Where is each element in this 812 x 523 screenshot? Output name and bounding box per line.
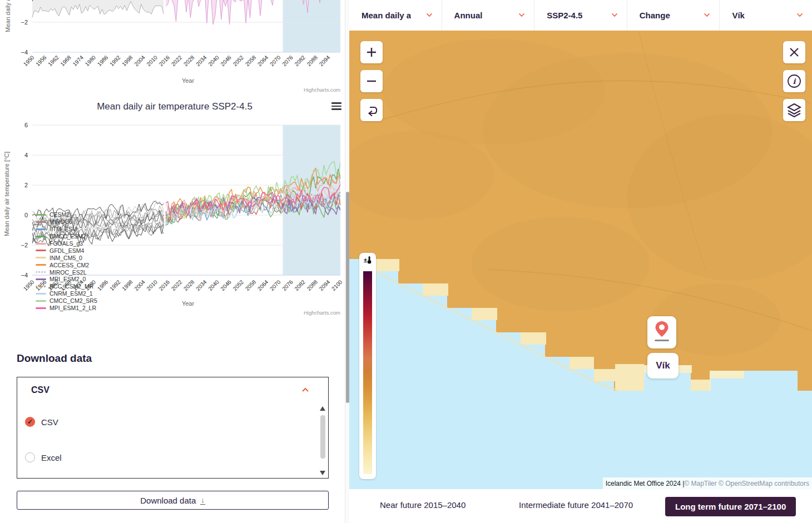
svg-text:1986: 1986	[96, 54, 110, 67]
legend-item[interactable]: INM_CM5_0	[36, 254, 97, 261]
radio-unselected-icon	[25, 452, 35, 462]
pin-icon	[653, 320, 671, 339]
svg-text:1980: 1980	[84, 54, 97, 67]
legend-item[interactable]: MPI_ESM1_2_LR	[36, 305, 97, 312]
map-canvas[interactable]: i ± Vík Icelandic Met Office 2024 | © Ma	[349, 31, 812, 489]
legend-swatch	[36, 221, 46, 223]
colorbar-gradient	[363, 271, 372, 474]
legend-item[interactable]: CMCC_ESM2	[36, 233, 97, 240]
legend-swatch	[36, 264, 46, 266]
svg-text:2070: 2070	[269, 54, 282, 67]
map-tiles	[349, 31, 812, 489]
overview-chart[interactable]: −2−4Mean daily air temperature [°C]19501…	[0, 0, 349, 94]
filter-dropdown[interactable]: Change	[627, 0, 720, 31]
svg-text:0: 0	[24, 212, 28, 218]
legend-label: CNRM_ESM2_1	[49, 290, 93, 297]
svg-text:2046: 2046	[219, 54, 232, 67]
attribution-links[interactable]: © MapTiler © OpenStreetMap contributors	[684, 480, 809, 487]
svg-text:2088: 2088	[306, 278, 319, 292]
legend-swatch	[36, 257, 46, 258]
dropdown-label: Change	[640, 11, 670, 20]
reset-view-button[interactable]	[360, 99, 383, 121]
legend-item[interactable]: CNRM_ESM2_1	[36, 290, 97, 297]
map-marker-label[interactable]: Vík	[647, 353, 679, 378]
legend-item[interactable]: MRI_ESM2_0	[36, 276, 97, 283]
svg-text:2028: 2028	[182, 278, 196, 292]
svg-text:2: 2	[24, 182, 28, 188]
legend-item[interactable]: BCC_CSM2_MR	[36, 283, 97, 290]
svg-text:Highcharts.com: Highcharts.com	[304, 310, 340, 316]
scroll-down-icon[interactable]	[320, 471, 325, 475]
map-attribution: Icelandic Met Office 2024 | © MapTiler ©…	[603, 477, 812, 489]
svg-text:2064: 2064	[256, 278, 270, 292]
radio-option-excel[interactable]: Excel	[25, 452, 62, 462]
close-map-button[interactable]	[783, 41, 805, 63]
svg-text:2052: 2052	[232, 278, 245, 292]
download-heading: Download data	[17, 352, 92, 365]
svg-text:−2: −2	[21, 19, 28, 26]
page-scrollbar[interactable]	[345, 0, 349, 523]
radio-option-csv[interactable]: ✓ CSV	[25, 417, 58, 427]
map-marker[interactable]	[647, 316, 676, 348]
svg-text:−2: −2	[21, 242, 28, 248]
scroll-up-icon[interactable]	[320, 406, 325, 411]
legend-label: GFDL_ESM4	[49, 247, 84, 254]
svg-text:1962: 1962	[47, 54, 60, 67]
undo-arrow-icon	[363, 102, 380, 118]
svg-text:Mean daily air temperature [°C: Mean daily air temperature [°C]	[3, 152, 10, 236]
layers-button[interactable]	[783, 99, 805, 121]
legend-item[interactable]: ACCESS_CM2	[36, 261, 97, 268]
legend-item[interactable]: MIROC6	[36, 218, 97, 226]
zoom-out-button[interactable]	[360, 70, 383, 92]
timeframe-option-active[interactable]: Long term future 2071–2100	[665, 497, 796, 516]
svg-text:2034: 2034	[195, 278, 208, 292]
svg-text:2028: 2028	[182, 54, 196, 67]
legend-label: MIROC6	[49, 218, 72, 225]
download-accordion: CSV ✓ CSV Excel	[17, 377, 329, 479]
models-chart-container: Mean daily air temperature SSP2-4.5 6420…	[0, 94, 349, 320]
scrollbar-thumb[interactable]	[320, 415, 325, 459]
chevron-up-icon	[301, 387, 309, 392]
accordion-header[interactable]: CSV	[17, 377, 328, 402]
svg-text:1968: 1968	[59, 54, 72, 67]
svg-text:i: i	[793, 77, 796, 86]
legend-label: ACCESS_CM2	[49, 262, 89, 268]
legend-item[interactable]: MIROC_ES2L	[36, 268, 97, 276]
plus-icon	[366, 47, 377, 58]
info-button[interactable]: i	[783, 70, 805, 92]
close-icon	[789, 47, 800, 58]
legend-swatch	[36, 250, 46, 251]
svg-text:2058: 2058	[244, 54, 258, 67]
minus-icon	[366, 76, 377, 87]
legend-label: CMCC_CM2_SR5	[49, 297, 97, 304]
legend-item[interactable]: CMCC_CM2_SR5	[36, 297, 97, 305]
svg-text:Highcharts.com: Highcharts.com	[304, 87, 340, 93]
filter-dropdown[interactable]: SSP2-4.5	[534, 0, 627, 31]
svg-text:1974: 1974	[72, 54, 85, 67]
filter-dropdown[interactable]: Vík	[720, 0, 812, 31]
svg-text:2040: 2040	[207, 54, 220, 67]
legend-item[interactable]: FGOALS_g3	[36, 240, 97, 247]
svg-text:1998: 1998	[121, 278, 134, 292]
legend-label: CMCC_ESM2	[49, 233, 86, 240]
legend-item[interactable]: IITM_ESM	[36, 226, 97, 233]
legend-swatch	[36, 286, 46, 287]
svg-text:Mean daily air temperature [°C: Mean daily air temperature [°C]	[4, 0, 11, 32]
svg-text:1956: 1956	[34, 54, 48, 67]
zoom-in-button[interactable]	[360, 41, 383, 63]
chevron-down-icon	[518, 13, 525, 17]
svg-text:2082: 2082	[293, 54, 306, 67]
legend-item[interactable]: GFDL_ESM4	[36, 247, 97, 254]
accordion-label: CSV	[31, 385, 49, 395]
legend-item[interactable]: CESM2	[36, 211, 97, 218]
accordion-scrollbar[interactable]	[319, 406, 326, 475]
download-data-button[interactable]: Download data ↓	[17, 491, 329, 510]
filter-dropdown[interactable]: Mean daily a	[349, 0, 442, 31]
info-icon: i	[787, 74, 801, 88]
filter-dropdown[interactable]: Annual	[442, 0, 535, 31]
timeframe-option[interactable]: Near future 2015–2040	[380, 500, 466, 510]
legend-swatch	[36, 307, 46, 309]
svg-text:2004: 2004	[133, 278, 146, 292]
svg-text:1992: 1992	[108, 278, 122, 292]
timeframe-option[interactable]: Intermediate future 2041–2070	[519, 500, 633, 510]
